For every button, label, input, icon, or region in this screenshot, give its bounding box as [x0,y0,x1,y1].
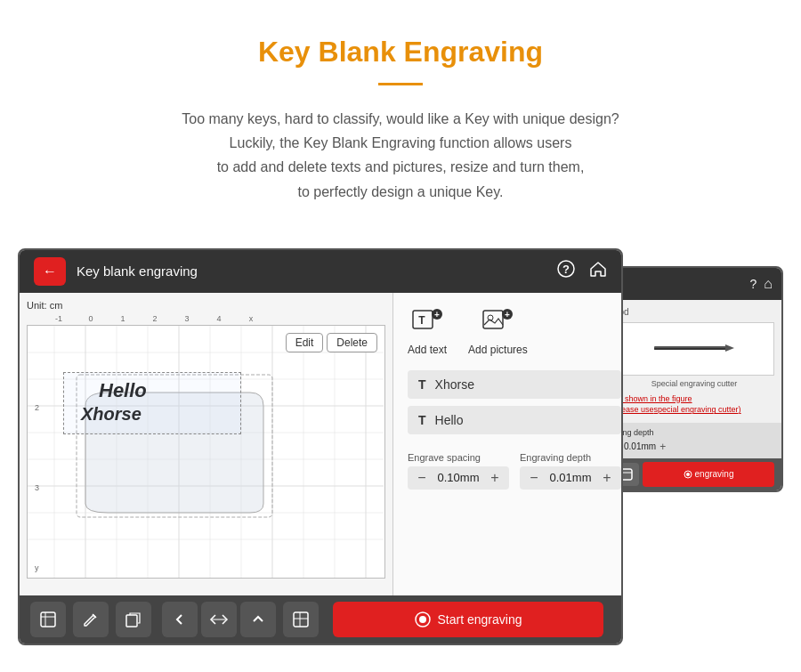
sec-depth-value: 0.01mm [624,441,656,451]
page-title: Key Blank Engraving [18,36,783,69]
sec-rving-depth: rving depth [614,428,774,437]
unit-label: Unit: cm [27,300,385,311]
sec-method-label: hod [614,307,774,317]
svg-rect-46 [294,612,308,627]
sec-home-icon[interactable]: ⌂ [764,276,773,292]
ruler-3: 3 [171,314,203,323]
ruler-2: 2 [139,314,171,323]
text-item-hello[interactable]: T Hello [408,406,621,434]
svg-marker-2 [725,344,734,352]
engraving-depth-label: Engraving depth [520,452,621,463]
back-button[interactable]: ← [34,257,66,286]
engraving-depth-group: Engraving depth − 0.01mm + [520,452,621,490]
text-items-list: T Xhorse T Hello [408,370,621,434]
text-item-label-2: Hello [435,413,464,427]
screen-title: Key blank engraving [77,263,546,279]
cutter-svg [650,336,739,362]
sec-plus-btn[interactable]: + [659,441,666,453]
page-header: Key Blank Engraving Too many keys, hard … [0,0,801,222]
edit-delete-btns: Edit Delete [286,333,377,352]
text-item-icon-2: T [418,413,426,427]
start-icon [415,611,431,627]
add-text-button[interactable]: T + Add text [408,307,447,356]
svg-text:?: ? [562,263,570,276]
ruler-neg1: -1 [43,314,75,323]
right-panel: T + Add text [393,293,623,595]
left-arrow-icon [173,612,187,627]
bottom-toolbar: Start engraving [20,595,621,644]
ruler-x: x [235,314,267,323]
svg-text:+: + [505,310,510,320]
nav-up-btn[interactable] [240,602,276,637]
spacing-minus-btn[interactable]: − [415,470,429,486]
secondary-settings: rving depth − 0.01mm + [607,423,781,458]
sec-cutter-image [614,322,774,376]
secondary-top-bar: ? ⌂ [607,268,781,300]
text-item-label-1: Xhorse [435,377,474,392]
toolbar-expand-btn[interactable] [30,602,66,637]
help-icon[interactable]: ? [557,260,575,282]
sec-engraving-btn[interactable]: engraving [643,462,774,487]
sec-cutter-label: Special engraving cutter [614,379,774,388]
svg-text:y: y [35,563,39,572]
delete-button[interactable]: Delete [327,333,377,352]
selection-box [63,372,241,434]
svg-point-50 [419,616,426,623]
add-pictures-svg: + [482,307,513,336]
sec-setting-row: − 0.01mm + [614,441,774,453]
depth-plus-btn[interactable]: + [600,470,614,486]
sec-description: as shown in the figure Please usespecial… [614,393,774,416]
add-text-icon: T + [412,307,442,340]
canvas-panel: Unit: cm -1 0 1 2 3 4 x Edit Delete [20,293,393,595]
start-engraving-btn[interactable]: Start engraving [333,602,603,637]
canvas-area[interactable]: Edit Delete [27,325,385,579]
svg-rect-44 [126,615,137,627]
nav-left-btn[interactable] [162,602,198,637]
ruler-0: 0 [75,314,107,323]
depth-value: 0.01mm [548,471,593,484]
home-icon[interactable] [589,260,607,282]
add-pictures-button[interactable]: + Add pictures [468,307,528,356]
help-circle-icon: ? [557,260,575,278]
top-bar: ← Key blank engraving ? [20,250,621,293]
add-text-svg: T + [412,307,442,336]
ui-container: ? ⌂ hod Special engraving cutter as show… [18,248,783,645]
spacing-value: 0.10mm [436,471,481,484]
add-text-label: Add text [408,344,447,356]
edit-icon [82,611,100,628]
engrave-spacing-group: Engrave spacing − 0.10mm + [408,452,509,490]
sec-start-icon [684,470,692,479]
content-area: Unit: cm -1 0 1 2 3 4 x Edit Delete [20,293,621,595]
secondary-bottom-bar: engraving [607,458,781,490]
main-screen: ← Key blank engraving ? [18,248,623,645]
svg-text:2: 2 [35,403,39,412]
svg-rect-40 [41,612,55,627]
toolbar-copy-btn[interactable] [116,602,151,637]
add-pictures-icon: + [482,307,513,340]
text-item-icon-1: T [418,377,426,392]
spacing-plus-btn[interactable]: + [488,470,502,486]
ruler-4: 4 [203,314,235,323]
toolbar-grid-btn[interactable] [283,602,319,637]
toolbar-nav-group [162,602,276,637]
svg-rect-36 [483,311,503,328]
add-pictures-label: Add pictures [468,344,528,356]
toolbar-edit-btn[interactable] [73,602,109,637]
nav-center-btn[interactable] [201,602,237,637]
grid-icon [292,611,310,628]
svg-rect-1 [654,348,730,350]
ruler-1: 1 [107,314,139,323]
text-item-xhorse[interactable]: T Xhorse [408,370,621,399]
up-arrow-icon [251,612,265,627]
sec-help-icon[interactable]: ? [750,277,757,291]
svg-point-6 [686,473,690,476]
edit-button[interactable]: Edit [286,333,324,352]
ruler-top: -1 0 1 2 3 4 x [43,314,385,323]
page-description: Too many keys, hard to classify, would l… [89,107,712,204]
copy-icon [125,611,142,628]
settings-row: Engrave spacing − 0.10mm + Engraving dep… [408,452,621,490]
action-buttons: T + Add text [408,307,621,356]
depth-minus-btn[interactable]: − [527,470,541,486]
nav-arrows-icon [208,612,230,627]
sec-link[interactable]: special engraving cutter [654,405,739,414]
